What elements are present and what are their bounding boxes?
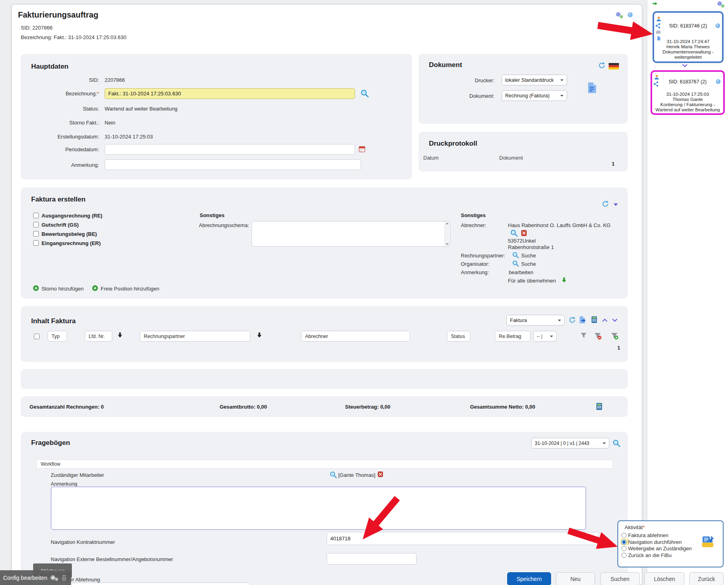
magnifier-icon[interactable] xyxy=(329,471,337,478)
filter-re-betrag[interactable]: Re.Betrag xyxy=(495,331,530,342)
scrollbar[interactable] xyxy=(444,222,450,246)
status-value: Wartend auf weiter Bearbeitung xyxy=(105,106,177,112)
config-bar[interactable]: Config bearbeiten xyxy=(0,570,71,585)
radio-weitergabe[interactable] xyxy=(621,546,627,551)
mitarbeiter-value: [Gante Thomas] xyxy=(338,472,375,478)
person-icon[interactable] xyxy=(656,16,662,22)
gears-icon[interactable] xyxy=(619,15,623,19)
workflow-title: Workflow xyxy=(41,461,60,467)
radio-row-faktura-ablehnen[interactable]: Faktura ablehnen xyxy=(621,532,668,538)
add-free-position-link[interactable]: Freie Position hinzufügen xyxy=(101,286,159,292)
blue-dot-icon[interactable] xyxy=(627,12,633,18)
radio-label: Faktura ablehnen xyxy=(628,532,668,538)
funnel-icon[interactable] xyxy=(580,332,587,339)
card-person: Henrik Maria Thewes xyxy=(654,44,722,49)
loeschen-button[interactable]: Löschen xyxy=(645,572,684,585)
col-dokument: Dokument xyxy=(499,155,523,161)
german-flag-icon[interactable] xyxy=(609,63,619,69)
version-select-value: 31-10-2024 | 0 | v1 | 2443 xyxy=(535,441,589,446)
kontraktnummer-label: Navigation Kontraktnummer xyxy=(51,539,115,545)
checkbox-bewertungsbeleg[interactable] xyxy=(33,231,39,237)
green-down-icon[interactable] xyxy=(561,277,567,283)
sort-down-icon[interactable] xyxy=(117,332,123,338)
blue-dot-icon[interactable] xyxy=(715,79,721,85)
funnel-add-icon[interactable] xyxy=(610,332,619,340)
select-all-checkbox[interactable] xyxy=(34,334,40,339)
chevron-up-icon[interactable] xyxy=(601,317,608,323)
radio-row-navigation-durchfuehren[interactable]: Navigation durchführen xyxy=(621,539,682,545)
magnifier-icon[interactable] xyxy=(512,260,519,267)
add-storno-link[interactable]: Storno hinzufügen xyxy=(42,286,84,292)
neu-button[interactable]: Neu xyxy=(556,572,595,585)
checkbox-eingangsrechnung[interactable] xyxy=(33,240,39,246)
green-plus-icon[interactable] xyxy=(92,285,98,291)
periodedatum-input[interactable] xyxy=(105,144,355,155)
gears-icon[interactable] xyxy=(721,4,725,8)
speichern-button[interactable]: Speichern xyxy=(507,572,551,585)
magnifier-icon[interactable] xyxy=(510,229,518,237)
abrechner-value: Haus Rabenhorst O. Lauffs GmbH & Co. KG xyxy=(508,222,611,228)
zurueck-button[interactable]: Zurück xyxy=(689,572,724,585)
magnifier-icon[interactable] xyxy=(360,89,369,98)
filter-status[interactable]: Status xyxy=(447,331,470,342)
funnel-remove-icon[interactable] xyxy=(593,332,602,340)
refresh-icon[interactable] xyxy=(569,316,576,324)
envelope-icon[interactable] xyxy=(655,30,661,35)
workflow-card-2[interactable]: SID: 6183767 (2) 31-10-2024 17:25:03 Tho… xyxy=(651,70,725,115)
view-select[interactable]: Faktura xyxy=(506,315,565,326)
dokument-select[interactable]: Rechnung (Faktura) xyxy=(502,90,567,101)
checkbox-ausgangsrechnung[interactable] xyxy=(33,213,39,218)
anmerkung-input[interactable] xyxy=(105,159,361,170)
grip-icon[interactable] xyxy=(62,575,66,581)
filter-combo-value: -- | xyxy=(537,334,542,339)
filter-typ[interactable]: Typ xyxy=(48,331,67,342)
checkbox-gutschrift[interactable] xyxy=(33,222,39,227)
refresh-icon[interactable] xyxy=(602,200,609,208)
document-icon[interactable] xyxy=(585,80,598,95)
radio-zurueck-fibu[interactable] xyxy=(621,553,627,558)
send-icon[interactable] xyxy=(700,535,715,548)
export-icon[interactable] xyxy=(578,316,587,324)
magnifier-icon[interactable] xyxy=(612,439,621,447)
rechnungspartner-suche-link[interactable]: Suche xyxy=(521,253,536,259)
apply-all-link[interactable]: Für alle übernehmen xyxy=(508,278,556,284)
green-plus-icon[interactable] xyxy=(33,285,39,291)
refresh-icon[interactable] xyxy=(598,62,605,69)
bestellnummer-input[interactable] xyxy=(327,553,417,565)
calendar-icon[interactable] xyxy=(358,145,366,153)
filter-combo-select[interactable]: -- | xyxy=(533,331,557,342)
radio-row-zurueck-fibu[interactable]: Zurück an die FiBu xyxy=(621,552,672,558)
radio-row-weitergabe[interactable]: Weitergabe an Zuständigen xyxy=(621,545,692,551)
calculator-icon[interactable] xyxy=(595,401,603,412)
inhalt-faktura-title: Inhalt Faktura xyxy=(31,317,75,325)
kontraktnummer-input[interactable] xyxy=(327,532,599,545)
bezeichnung-input[interactable] xyxy=(105,88,355,99)
blue-dot-icon[interactable] xyxy=(715,23,721,29)
abrechner-ort: 53572Unkel xyxy=(508,238,536,244)
calculator-icon[interactable] xyxy=(590,316,598,324)
filter-abrechner[interactable]: Abrechner xyxy=(301,331,410,342)
abrechnungsschema-listbox[interactable] xyxy=(252,221,450,247)
radio-navigation-durchfuehren[interactable] xyxy=(621,540,627,545)
radio-faktura-ablehnen[interactable] xyxy=(621,533,627,538)
green-arrow-icon xyxy=(652,1,658,6)
fragebogen-version-select[interactable]: 31-10-2024 | 0 | v1 | 2443 xyxy=(531,438,609,449)
fragebogen-title: Fragebögen xyxy=(31,439,70,447)
gears-icon[interactable] xyxy=(54,577,59,581)
magnifier-icon[interactable] xyxy=(512,251,519,259)
anmerkung-bearbeiten-link[interactable]: bearbeiten xyxy=(509,269,533,275)
checkbox-ausgangsrechnung-label: Ausgangsrechnung (RE) xyxy=(42,213,102,219)
chevron-down-icon[interactable] xyxy=(611,317,618,323)
grund-ablehnung-input[interactable] xyxy=(51,583,250,585)
delete-icon[interactable] xyxy=(520,229,528,237)
suchen-button[interactable]: Suchen xyxy=(600,572,640,585)
sort-down-icon[interactable] xyxy=(256,332,263,338)
organisator-suche-link[interactable]: Suche xyxy=(521,261,536,267)
triangle-down-icon[interactable] xyxy=(613,202,619,208)
fragebogen-anmerkung-textarea[interactable] xyxy=(51,486,586,530)
filter-rechnungspartner[interactable]: Rechnungspartner xyxy=(140,331,250,342)
filter-lfd-nr[interactable]: Lfd. Nr. xyxy=(85,331,112,342)
delete-icon[interactable] xyxy=(377,471,384,478)
drucker-select[interactable]: lokaler Standarddruck xyxy=(502,75,567,85)
workflow-card-1[interactable]: SID: 6183746 (2) 31-10-2024 17:24:47 Hen… xyxy=(653,11,724,63)
